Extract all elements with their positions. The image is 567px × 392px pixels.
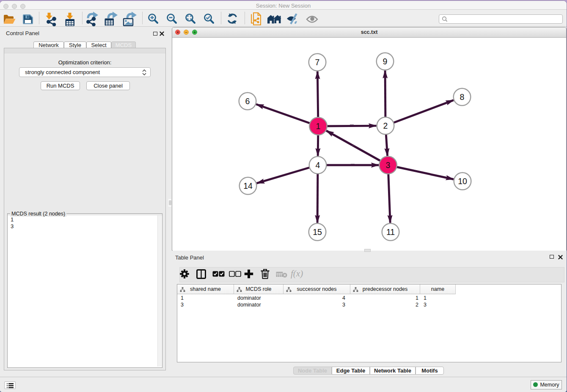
svg-text:10: 10: [458, 177, 467, 186]
svg-text:2: 2: [383, 121, 388, 130]
svg-text:15: 15: [313, 227, 322, 237]
svg-text:3: 3: [385, 160, 390, 170]
svg-text:7: 7: [315, 58, 319, 67]
svg-text:6: 6: [245, 97, 250, 106]
svg-text:14: 14: [243, 181, 253, 190]
svg-text:8: 8: [460, 92, 464, 102]
svg-text:9: 9: [383, 57, 387, 66]
svg-text:4: 4: [315, 160, 320, 170]
svg-text:1: 1: [316, 121, 320, 131]
svg-text:11: 11: [386, 227, 394, 237]
